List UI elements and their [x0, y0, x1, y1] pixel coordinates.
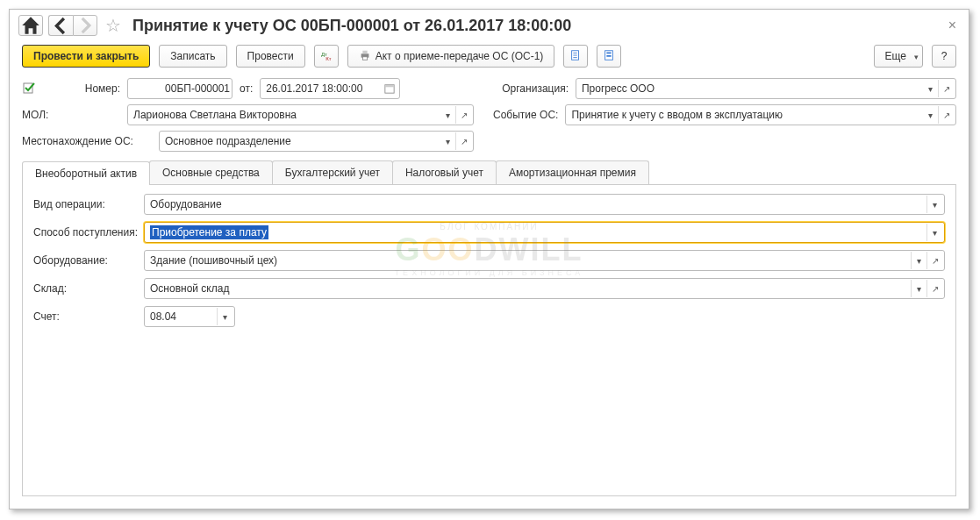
open-ref-icon[interactable]: ↗ — [926, 252, 942, 269]
open-ref-icon[interactable]: ↗ — [455, 106, 471, 124]
svg-rect-10 — [607, 52, 612, 53]
dropdown-icon[interactable]: ▾ — [926, 196, 942, 213]
tab-noncurrent-asset[interactable]: Внеоборотный актив — [22, 161, 150, 185]
printer-icon — [359, 49, 371, 64]
favorite-icon[interactable]: ☆ — [103, 15, 124, 36]
dtkt-button[interactable]: ДтКт — [314, 45, 339, 68]
warehouse-field[interactable]: Основной склад ▾ ↗ — [144, 278, 945, 299]
operation-type-label: Вид операции: — [33, 198, 137, 210]
calendar-icon[interactable] — [382, 80, 397, 97]
operation-type-field[interactable]: Оборудование ▾ — [144, 194, 945, 215]
svg-rect-11 — [607, 55, 612, 57]
forward-button[interactable] — [73, 15, 97, 36]
open-ref-icon[interactable]: ↗ — [938, 80, 954, 97]
org-label: Организация: — [502, 82, 569, 95]
more-button[interactable]: Еще — [874, 45, 923, 68]
nav-arrows — [48, 15, 97, 36]
event-field[interactable]: Принятие к учету с вводом в эксплуатацию… — [565, 104, 956, 125]
open-ref-icon[interactable]: ↗ — [938, 106, 954, 124]
print-act-button[interactable]: Акт о приеме-передаче ОС (ОС-1) — [347, 45, 555, 68]
more-label: Еще — [885, 50, 906, 62]
warehouse-label: Склад: — [33, 282, 137, 295]
posted-status-icon — [22, 81, 38, 96]
location-label: Местонахождение ОС: — [22, 135, 152, 147]
tab-fixed-assets[interactable]: Основные средства — [149, 160, 273, 184]
open-ref-icon[interactable]: ↗ — [926, 280, 942, 297]
post-and-close-button[interactable]: Провести и закрыть — [22, 45, 150, 68]
account-label: Счет: — [33, 310, 137, 323]
number-label: Номер: — [45, 82, 120, 95]
back-button[interactable] — [48, 15, 73, 36]
svg-rect-14 — [385, 85, 394, 88]
tab-panel: Вид операции: Оборудование ▾ Способ пост… — [22, 185, 956, 496]
from-label: от: — [240, 82, 253, 95]
dropdown-icon[interactable]: ▾ — [926, 224, 942, 241]
mol-field[interactable]: Ларионова Светлана Викторовна ▾ ↗ — [127, 104, 474, 125]
dropdown-icon[interactable]: ▾ — [440, 132, 455, 150]
tab-accounting[interactable]: Бухгалтерский учет — [272, 160, 393, 184]
receipt-method-field[interactable]: Приобретение за плату ▾ — [144, 222, 945, 243]
header-form: Номер: 00БП-000001 от: 26.01.2017 18:00:… — [10, 75, 969, 155]
dropdown-icon[interactable]: ▾ — [217, 308, 232, 325]
dropdown-icon[interactable]: ▾ — [440, 106, 455, 124]
mol-label: МОЛ: — [22, 109, 120, 121]
document-icon — [569, 49, 582, 64]
tabstrip: Внеоборотный актив Основные средства Бух… — [22, 160, 956, 185]
list-icon — [603, 49, 615, 64]
home-button[interactable] — [18, 15, 43, 36]
chevron-down-icon — [911, 50, 919, 62]
print-act-label: Акт о приеме-передаче ОС (ОС-1) — [376, 50, 544, 62]
dropdown-icon[interactable]: ▾ — [922, 106, 938, 124]
equipment-field[interactable]: Здание (пошивочный цех) ▾ ↗ — [144, 250, 945, 271]
dropdown-icon[interactable]: ▾ — [911, 280, 926, 297]
svg-text:Кт: Кт — [325, 55, 332, 61]
help-button[interactable]: ? — [932, 45, 956, 68]
open-ref-icon[interactable]: ↗ — [455, 132, 471, 150]
form-window: ☆ Принятие к учету ОС 00БП-000001 от 26.… — [9, 9, 969, 509]
org-field[interactable]: Прогресс ООО ▾ ↗ — [576, 78, 956, 99]
page-title: Принятие к учету ОС 00БП-000001 от 26.01… — [132, 17, 571, 35]
account-field[interactable]: 08.04 ▾ — [144, 306, 235, 327]
dropdown-icon[interactable]: ▾ — [922, 80, 938, 97]
dropdown-icon[interactable]: ▾ — [911, 252, 926, 269]
report-button-1[interactable] — [563, 45, 588, 68]
receipt-method-label: Способ поступления: — [33, 226, 137, 239]
date-field[interactable]: 26.01.2017 18:00:00 — [260, 78, 400, 99]
save-button[interactable]: Записать — [159, 45, 226, 68]
post-button[interactable]: Провести — [236, 45, 305, 68]
svg-rect-3 — [362, 50, 367, 53]
toolbar: Провести и закрыть Записать Провести ДтК… — [10, 43, 969, 75]
titlebar: ☆ Принятие к учету ОС 00БП-000001 от 26.… — [10, 10, 969, 43]
location-field[interactable]: Основное подразделение ▾ ↗ — [159, 131, 474, 152]
tab-depreciation-bonus[interactable]: Амортизационная премия — [496, 160, 649, 184]
report-button-2[interactable] — [597, 45, 621, 68]
number-field[interactable]: 00БП-000001 — [127, 78, 232, 99]
svg-rect-4 — [362, 56, 367, 60]
equipment-label: Оборудование: — [33, 254, 137, 267]
event-label: Событие ОС: — [493, 109, 558, 121]
close-icon[interactable]: × — [945, 18, 960, 33]
tab-tax[interactable]: Налоговый учет — [392, 160, 497, 184]
